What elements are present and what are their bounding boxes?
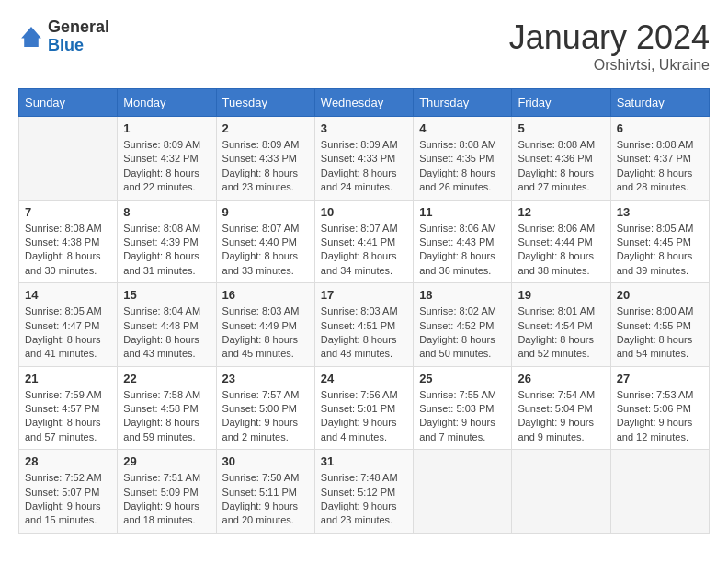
day-info: Sunrise: 8:09 AM Sunset: 4:33 PM Dayligh…: [321, 138, 407, 195]
calendar-cell: 13 Sunrise: 8:05 AM Sunset: 4:45 PM Dayl…: [610, 200, 709, 283]
daylight: Daylight: 8 hours and 31 minutes.: [123, 250, 199, 275]
sunset: Sunset: 4:33 PM: [321, 153, 395, 164]
sunrise: Sunrise: 8:03 AM: [321, 305, 398, 316]
sunrise: Sunrise: 8:08 AM: [123, 223, 200, 234]
calendar-cell: 23 Sunrise: 7:57 AM Sunset: 5:00 PM Dayl…: [216, 366, 314, 450]
day-number: 2: [222, 121, 309, 135]
sunrise: Sunrise: 8:00 AM: [617, 305, 694, 316]
page-header: General Blue January 2024 Orshivtsi, Ukr…: [18, 18, 710, 74]
daylight: Daylight: 8 hours and 43 minutes.: [123, 334, 199, 359]
day-number: 30: [222, 454, 309, 468]
daylight: Daylight: 8 hours and 34 minutes.: [321, 250, 397, 275]
sunrise: Sunrise: 8:07 AM: [222, 223, 300, 234]
sunset: Sunset: 5:01 PM: [321, 403, 395, 414]
day-number: 16: [222, 288, 309, 302]
sunset: Sunset: 4:32 PM: [123, 153, 198, 164]
day-number: 22: [123, 372, 210, 385]
daylight: Daylight: 8 hours and 22 minutes.: [123, 167, 199, 192]
calendar-cell: [19, 117, 118, 201]
sunset: Sunset: 4:55 PM: [617, 320, 691, 331]
logo: General Blue: [18, 18, 109, 55]
sunrise: Sunrise: 8:08 AM: [617, 139, 694, 150]
sunset: Sunset: 5:03 PM: [419, 403, 494, 414]
daylight: Daylight: 8 hours and 41 minutes.: [25, 334, 101, 359]
sunset: Sunset: 4:38 PM: [25, 236, 99, 247]
sunrise: Sunrise: 8:03 AM: [222, 305, 300, 316]
calendar-cell: 11 Sunrise: 8:06 AM Sunset: 4:43 PM Dayl…: [414, 200, 512, 283]
calendar-cell: 7 Sunrise: 8:08 AM Sunset: 4:38 PM Dayli…: [19, 200, 118, 283]
daylight: Daylight: 8 hours and 57 minutes.: [25, 417, 101, 442]
day-number: 23: [222, 372, 309, 385]
sunset: Sunset: 4:39 PM: [123, 236, 198, 247]
day-info: Sunrise: 8:08 AM Sunset: 4:39 PM Dayligh…: [123, 222, 210, 279]
daylight: Daylight: 8 hours and 50 minutes.: [419, 334, 495, 359]
calendar-cell: 14 Sunrise: 8:05 AM Sunset: 4:47 PM Dayl…: [19, 283, 118, 367]
sunrise: Sunrise: 8:01 AM: [518, 305, 595, 316]
day-info: Sunrise: 8:04 AM Sunset: 4:48 PM Dayligh…: [123, 304, 210, 362]
daylight: Daylight: 9 hours and 23 minutes.: [321, 500, 397, 525]
calendar-cell: 10 Sunrise: 8:07 AM Sunset: 4:41 PM Dayl…: [314, 200, 413, 283]
day-info: Sunrise: 7:57 AM Sunset: 5:00 PM Dayligh…: [222, 388, 309, 445]
daylight: Daylight: 8 hours and 59 minutes.: [123, 417, 199, 442]
day-info: Sunrise: 8:09 AM Sunset: 4:32 PM Dayligh…: [123, 138, 210, 195]
daylight: Daylight: 9 hours and 12 minutes.: [617, 417, 693, 442]
day-info: Sunrise: 8:07 AM Sunset: 4:40 PM Dayligh…: [222, 222, 309, 279]
day-number: 19: [518, 288, 604, 302]
sunrise: Sunrise: 8:09 AM: [123, 139, 200, 150]
sunrise: Sunrise: 7:48 AM: [321, 472, 398, 483]
sunset: Sunset: 4:44 PM: [518, 236, 592, 247]
calendar-week-row: 7 Sunrise: 8:08 AM Sunset: 4:38 PM Dayli…: [19, 200, 710, 283]
calendar-cell: 16 Sunrise: 8:03 AM Sunset: 4:49 PM Dayl…: [216, 283, 314, 367]
sunset: Sunset: 4:57 PM: [25, 403, 99, 414]
calendar-cell: 20 Sunrise: 8:00 AM Sunset: 4:55 PM Dayl…: [610, 283, 709, 367]
day-number: 8: [123, 205, 210, 219]
calendar-cell: 9 Sunrise: 8:07 AM Sunset: 4:40 PM Dayli…: [216, 200, 314, 283]
day-info: Sunrise: 7:53 AM Sunset: 5:06 PM Dayligh…: [617, 388, 703, 445]
sunrise: Sunrise: 7:50 AM: [222, 472, 300, 483]
month-title: January 2024: [509, 18, 710, 57]
sunset: Sunset: 4:33 PM: [222, 153, 297, 164]
sunrise: Sunrise: 8:08 AM: [25, 223, 102, 234]
day-info: Sunrise: 8:08 AM Sunset: 4:35 PM Dayligh…: [419, 138, 506, 195]
sunset: Sunset: 5:07 PM: [25, 487, 99, 498]
sunset: Sunset: 5:00 PM: [222, 403, 297, 414]
daylight: Daylight: 8 hours and 45 minutes.: [222, 334, 299, 359]
day-info: Sunrise: 8:09 AM Sunset: 4:33 PM Dayligh…: [222, 138, 309, 195]
daylight: Daylight: 9 hours and 18 minutes.: [123, 500, 199, 525]
day-info: Sunrise: 8:05 AM Sunset: 4:47 PM Dayligh…: [25, 304, 111, 362]
day-number: 29: [123, 454, 210, 468]
weekday-header: Wednesday: [314, 89, 413, 117]
sunset: Sunset: 4:36 PM: [518, 153, 592, 164]
calendar-cell: 15 Sunrise: 8:04 AM Sunset: 4:48 PM Dayl…: [118, 283, 216, 367]
day-number: 28: [25, 454, 111, 468]
sunset: Sunset: 4:51 PM: [321, 320, 395, 331]
sunrise: Sunrise: 8:09 AM: [321, 139, 398, 150]
daylight: Daylight: 9 hours and 4 minutes.: [321, 417, 397, 442]
calendar-cell: 17 Sunrise: 8:03 AM Sunset: 4:51 PM Dayl…: [314, 283, 413, 367]
calendar-cell: 31 Sunrise: 7:48 AM Sunset: 5:12 PM Dayl…: [314, 450, 413, 534]
sunset: Sunset: 4:41 PM: [321, 236, 395, 247]
sunset: Sunset: 4:54 PM: [518, 320, 592, 331]
sunrise: Sunrise: 7:56 AM: [321, 389, 398, 400]
day-info: Sunrise: 7:58 AM Sunset: 4:58 PM Dayligh…: [123, 388, 210, 445]
sunrise: Sunrise: 8:06 AM: [419, 223, 496, 234]
sunrise: Sunrise: 7:55 AM: [419, 389, 496, 400]
day-number: 9: [222, 205, 309, 219]
day-info: Sunrise: 8:02 AM Sunset: 4:52 PM Dayligh…: [419, 304, 506, 362]
day-info: Sunrise: 7:48 AM Sunset: 5:12 PM Dayligh…: [321, 471, 407, 528]
calendar-cell: 19 Sunrise: 8:01 AM Sunset: 4:54 PM Dayl…: [512, 283, 610, 367]
calendar-cell: 12 Sunrise: 8:06 AM Sunset: 4:44 PM Dayl…: [512, 200, 610, 283]
sunset: Sunset: 5:06 PM: [617, 403, 691, 414]
sunset: Sunset: 4:52 PM: [419, 320, 494, 331]
day-number: 4: [419, 121, 506, 135]
calendar-cell: [610, 450, 709, 534]
sunrise: Sunrise: 7:54 AM: [518, 389, 595, 400]
weekday-header: Sunday: [19, 89, 118, 117]
calendar-cell: 6 Sunrise: 8:08 AM Sunset: 4:37 PM Dayli…: [610, 117, 709, 201]
daylight: Daylight: 8 hours and 27 minutes.: [518, 167, 594, 192]
location: Orshivtsi, Ukraine: [509, 57, 710, 74]
daylight: Daylight: 9 hours and 2 minutes.: [222, 417, 299, 442]
calendar-cell: 25 Sunrise: 7:55 AM Sunset: 5:03 PM Dayl…: [414, 366, 512, 450]
daylight: Daylight: 8 hours and 38 minutes.: [518, 250, 594, 275]
day-number: 11: [419, 205, 506, 219]
